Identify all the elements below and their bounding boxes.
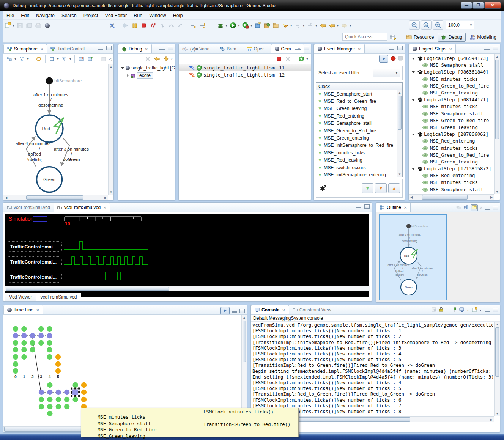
timeline-step-dot[interactable] — [13, 368, 18, 374]
maximize-view-icon[interactable] — [168, 46, 173, 50]
minimize-view-icon[interactable] — [159, 46, 165, 50]
logicalstep-event-row[interactable]: MSE_minutes_ticks — [409, 76, 500, 83]
close-window-button[interactable]: ✕ — [484, 2, 501, 9]
close-tab-icon[interactable]: ✕ — [358, 47, 361, 51]
step-backward-button[interactable] — [153, 55, 161, 63]
step-over-button[interactable] — [167, 21, 175, 30]
timeline-step-dot[interactable] — [55, 368, 61, 374]
tab-vcd-inactive[interactable]: vcdFromSimu.vcd — [3, 203, 54, 212]
tab-debug[interactable]: Debug✕ — [118, 44, 152, 53]
logicalstep-event-row[interactable]: MSE_Green_to_Red_fire — [409, 83, 500, 90]
maximize-view-icon[interactable] — [493, 46, 498, 50]
timeline-step-dot[interactable] — [38, 340, 44, 346]
zoom-out-button[interactable] — [409, 20, 420, 30]
tab-trafficcontrol[interactable]: TrafficControl — [47, 44, 88, 53]
view-menu-icon[interactable]: ▽ — [480, 206, 482, 209]
zoom-in-button[interactable] — [433, 20, 443, 30]
timeline-step-dot[interactable] — [47, 347, 52, 352]
clear-console-button[interactable] — [432, 307, 436, 313]
timeline-step-dot[interactable] — [47, 404, 52, 409]
timeline-step-dot[interactable] — [13, 361, 18, 367]
engine-row[interactable]: single_traffic_light.tfsm 12 — [179, 71, 311, 79]
menu-file[interactable]: File — [3, 12, 17, 19]
timeline-step-dot[interactable] — [56, 397, 61, 402]
logicalstep-event-row[interactable]: MSE_Semaphore_stall — [409, 62, 500, 69]
timeline-step-dot[interactable] — [13, 326, 18, 332]
timeline-step-dot[interactable] — [47, 411, 52, 416]
copy-appearance-button[interactable] — [48, 55, 56, 63]
close-tab-icon[interactable]: ✕ — [145, 47, 148, 51]
timeline-step-dot[interactable] — [30, 333, 35, 338]
minimize-view-icon[interactable] — [295, 46, 301, 50]
timeline-step-dot[interactable] — [47, 326, 52, 332]
timeline-step-dot[interactable] — [47, 354, 52, 360]
timeline-step-dot[interactable] — [56, 404, 61, 409]
logicalstep-event-row[interactable]: MSE_Red_entering — [409, 172, 500, 179]
logicalstep-row[interactable]: LogicalStep [1713815872] — [409, 165, 500, 172]
tab-outline[interactable]: Outline✕ — [376, 203, 411, 212]
view-menu-icon[interactable]: ▽ — [171, 57, 173, 60]
pin-console-button[interactable] — [452, 307, 457, 313]
open-folder-button[interactable] — [272, 21, 280, 30]
step-into-button[interactable] — [158, 21, 166, 30]
debug-tree-child[interactable]: ecore — [118, 72, 175, 79]
scroll-up-arrow[interactable]: ▲ — [109, 65, 113, 69]
close-tab-icon[interactable]: ✕ — [40, 47, 43, 51]
tab-breakpoints[interactable]: Brea... — [217, 44, 243, 53]
last-edit-location-button[interactable] — [319, 21, 327, 30]
zoom-level-combo[interactable]: 100.0 ▼ — [446, 21, 474, 29]
menu-navigate[interactable]: Navigate — [33, 12, 58, 19]
console-output[interactable]: vcdFromSimu.vcd F/org.gemoc.sample.tfsm.… — [252, 322, 493, 416]
timeline-step-dot[interactable] — [39, 390, 44, 395]
vcd-hscrollbar[interactable] — [5, 286, 370, 291]
debug-tree-root[interactable]: single_traffic_light [G — [118, 64, 175, 72]
timeline-step-dot[interactable] — [47, 340, 52, 346]
timeline-step-dot[interactable] — [47, 397, 52, 402]
timeline-step-dot[interactable] — [47, 390, 52, 395]
gemoc-tool-button[interactable] — [43, 21, 52, 30]
timeline-step-dot[interactable] — [21, 333, 27, 338]
perspective-modeling[interactable]: M Modeling — [466, 33, 499, 42]
logicalstep-event-row[interactable]: MSE_Green_leaving — [409, 90, 500, 96]
logicalstep-event-row[interactable]: MSE_Semaphore_stall — [409, 110, 500, 117]
close-tab-icon[interactable]: ✕ — [36, 308, 39, 312]
timeline-step-dot[interactable] — [55, 354, 61, 360]
print-button[interactable] — [34, 21, 43, 30]
export-diagram-button[interactable] — [86, 55, 94, 63]
vcd-waveform-canvas[interactable]: Simulation10TrafficControl::mai...Traffi… — [5, 214, 369, 297]
minimize-view-icon[interactable] — [484, 46, 490, 50]
layers-button[interactable] — [5, 55, 14, 63]
maximize-view-icon[interactable] — [364, 204, 370, 209]
maximize-view-icon[interactable] — [397, 46, 403, 50]
quick-access-input[interactable] — [342, 33, 387, 41]
save-all-button[interactable] — [25, 21, 33, 30]
timeline-step-dot[interactable] — [72, 397, 78, 402]
timeline-step-dot[interactable] — [13, 354, 18, 360]
gear-settings-icon[interactable] — [319, 184, 328, 192]
timeline-step-dot[interactable] — [21, 347, 27, 352]
screenshot-button[interactable] — [77, 55, 85, 63]
tab-operations[interactable]: Oper... — [244, 44, 271, 53]
initial-state-dot[interactable] — [406, 224, 411, 228]
tab-semaphore[interactable]: Semaphore✕ — [3, 44, 47, 53]
debug-dropdown[interactable]: ▼ — [225, 24, 228, 27]
clock-row[interactable]: ▼ MSE_Green_to_Red_fire — [316, 127, 402, 134]
clock-row[interactable]: ▼ MSE_Red_entering — [316, 112, 402, 119]
expanded-caret-icon[interactable] — [412, 71, 415, 73]
menu-project[interactable]: Project — [80, 12, 102, 19]
thumbnail-outline-button[interactable] — [471, 204, 478, 211]
clock-row[interactable]: ▼ MSE_Semaphore_start — [316, 90, 402, 97]
timeline-step-dot[interactable] — [13, 347, 18, 352]
engine-shield-button[interactable] — [297, 55, 306, 63]
timeline-step-dot[interactable] — [56, 390, 61, 395]
initial-state-dot[interactable] — [46, 77, 53, 85]
steps-hscrollbar[interactable]: ◀ ▶ — [409, 194, 494, 200]
show-instructions-button[interactable] — [189, 21, 198, 30]
play-events-button[interactable] — [379, 55, 388, 63]
collapse-palette-icon[interactable]: ◁ — [109, 57, 112, 61]
menu-vcd-editor[interactable]: Vcd Editor — [102, 12, 131, 19]
minimize-view-icon[interactable] — [389, 46, 394, 50]
timeline-step-dot[interactable] — [81, 390, 87, 395]
timeline-step-dot[interactable] — [13, 333, 18, 338]
zoom-combo-arrow[interactable]: ▼ — [468, 21, 474, 29]
